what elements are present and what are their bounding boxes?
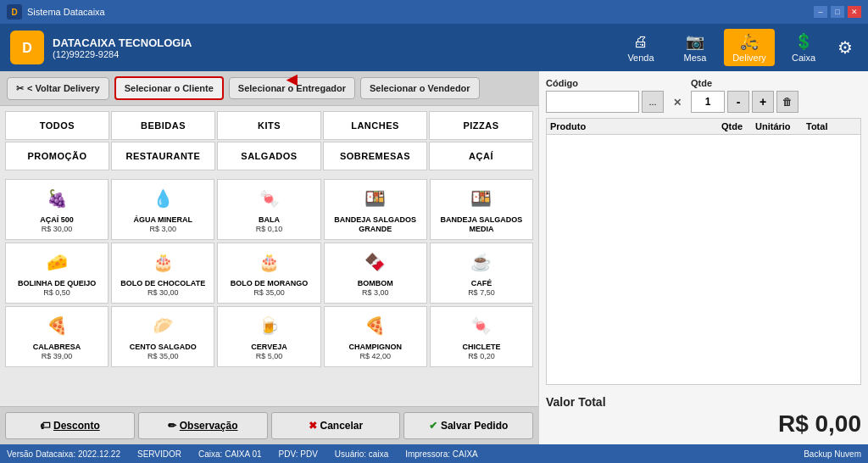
category-grid: TODOS BEBIDAS KITS LANCHES PIZZAS PROMOÇ… xyxy=(0,106,538,176)
product-image: 🍕 xyxy=(42,310,72,341)
category-acai[interactable]: AÇAÍ xyxy=(429,142,533,170)
product-image: 🍬 xyxy=(253,183,284,214)
product-price: R$ 30,00 xyxy=(42,225,73,233)
brand-icon: D xyxy=(10,31,44,64)
category-restaurante[interactable]: RESTAURANTE xyxy=(111,142,215,170)
status-usuario: Usuário: caixa xyxy=(335,449,388,459)
products-area: 🍇 AÇAÍ 500 R$ 30,00 💧 ÁGUA MINERAL R$ 3,… xyxy=(0,176,538,406)
product-card[interactable]: 🎂 BOLO DE MORANGO R$ 35,00 xyxy=(217,243,320,304)
product-name: CALABRESA xyxy=(33,343,81,352)
maximize-button[interactable]: □ xyxy=(831,6,844,18)
product-name: CAFÉ xyxy=(471,279,492,288)
product-name: CENTO SALGADO xyxy=(130,343,197,352)
qty-row: - + 🗑 xyxy=(691,91,798,113)
product-price: R$ 0,20 xyxy=(468,352,495,360)
tag-icon: 🏷 xyxy=(40,420,50,432)
nav-mesa[interactable]: 📷 Mesa xyxy=(670,29,721,66)
product-card[interactable]: 🍫 BOMBOM R$ 3,00 xyxy=(324,243,427,304)
qty-minus-button[interactable]: - xyxy=(727,91,749,113)
category-kits[interactable]: KITS xyxy=(217,111,321,140)
arrow-icon: ◀ xyxy=(287,71,297,87)
total-section: Valor Total R$ 0,00 xyxy=(546,390,861,438)
product-card[interactable]: 🥟 CENTO SALGADO R$ 35,00 xyxy=(111,306,214,367)
header: D DATACAIXA TECNOLOGIA (12)99229-9284 🖨 … xyxy=(0,24,868,71)
product-card[interactable]: 🍱 BANDEJA SALGADOS MEDIA xyxy=(430,179,533,240)
product-image: 🍱 xyxy=(360,183,391,214)
nav-venda[interactable]: 🖨 Venda xyxy=(615,30,666,66)
product-card[interactable]: 🍕 CALABRESA R$ 39,00 xyxy=(5,306,108,367)
col-unitario: Unitário xyxy=(755,121,806,131)
col-qtde: Qtde xyxy=(721,121,755,131)
category-bebidas[interactable]: BEBIDAS xyxy=(111,111,215,140)
cancelar-button[interactable]: ✖ Cancelar xyxy=(271,412,401,439)
product-card[interactable]: 🍕 CHAMPIGNON R$ 42,00 xyxy=(324,306,427,367)
product-card[interactable]: 🍇 AÇAÍ 500 R$ 30,00 xyxy=(5,179,108,240)
product-card[interactable]: 🧀 BOLINHA DE QUEIJO R$ 0,50 xyxy=(5,243,108,304)
minimize-button[interactable]: – xyxy=(814,6,827,18)
settings-button[interactable]: ⚙ xyxy=(832,34,858,61)
product-name: BOLO DE CHOCOLATE xyxy=(120,279,205,288)
product-card[interactable]: 🍺 CERVEJA R$ 5,00 xyxy=(217,306,320,367)
valor-total-label: Valor Total xyxy=(546,395,861,409)
qty-input[interactable] xyxy=(691,91,725,113)
product-name: AÇAÍ 500 xyxy=(40,215,74,225)
desconto-button[interactable]: 🏷 Desconto xyxy=(5,412,135,439)
product-image: 💧 xyxy=(147,183,178,214)
right-panel: Código ... ✕ Qtde - + 🗑 xyxy=(539,71,868,444)
product-name: BANDEJA SALGADOS MEDIA xyxy=(434,215,529,234)
toolbar: ✂ < Voltar Delivery Selecionar o Cliente… xyxy=(0,71,538,106)
trash-button[interactable]: 🗑 xyxy=(776,91,798,113)
close-button[interactable]: ✕ xyxy=(848,6,861,18)
product-name: BOMBOM xyxy=(358,279,393,288)
product-card[interactable]: 🍬 CHICLETE R$ 0,20 xyxy=(430,306,533,367)
product-price: R$ 35,00 xyxy=(253,288,285,297)
col-produto: Produto xyxy=(550,121,721,131)
salvar-button[interactable]: ✔ Salvar Pedido xyxy=(403,412,533,439)
category-todos[interactable]: TODOS xyxy=(5,111,109,140)
product-price: R$ 30,00 xyxy=(147,288,179,297)
product-image: ☕ xyxy=(466,247,497,277)
title-bar-text: Sistema Datacaixa xyxy=(27,7,105,17)
observacao-button[interactable]: ✏ Observação xyxy=(138,412,268,439)
x-separator: ✕ xyxy=(673,97,682,109)
product-name: ÁGUA MINERAL xyxy=(133,215,192,225)
product-card[interactable]: 🎂 BOLO DE CHOCOLATE R$ 30,00 xyxy=(111,243,214,304)
product-name: CHICLETE xyxy=(462,343,500,352)
product-image: 🍬 xyxy=(466,310,497,341)
product-card[interactable]: 🍬 BALA R$ 0,10 xyxy=(217,179,320,240)
select-client-button[interactable]: Selecionar o Cliente xyxy=(114,76,224,100)
col-total: Total xyxy=(806,121,857,131)
left-action-bar: 🏷 Desconto ✏ Observação ✖ Cancelar ✔ Sal… xyxy=(0,406,538,444)
nav-caixa[interactable]: 💲 Caixa xyxy=(778,29,829,66)
category-salgados[interactable]: SALGADOS xyxy=(217,142,321,170)
brand-info: DATACAIXA TECNOLOGIA (12)99229-9284 xyxy=(53,36,192,59)
status-versao: Versão Datacaixa: 2022.12.22 xyxy=(7,449,120,459)
product-card[interactable]: 🍱 BANDEJA SALGADOS GRANDE xyxy=(324,179,427,240)
product-name: BANDEJA SALGADOS GRANDE xyxy=(328,215,423,234)
back-delivery-button[interactable]: ✂ < Voltar Delivery xyxy=(7,77,109,100)
brand-name: DATACAIXA TECNOLOGIA xyxy=(53,36,192,49)
product-card[interactable]: 💧 ÁGUA MINERAL R$ 3,00 xyxy=(111,179,214,240)
product-image: 🎂 xyxy=(253,247,284,277)
category-pizzas[interactable]: PIZZAS xyxy=(429,111,533,140)
qtde-label: Qtde xyxy=(691,78,798,88)
product-name: CHAMPIGNON xyxy=(348,343,402,352)
nav-delivery[interactable]: 🛵 Delivery xyxy=(724,29,775,66)
product-card[interactable]: ☕ CAFÉ R$ 7,50 xyxy=(430,243,533,304)
product-image: 🥟 xyxy=(147,310,178,341)
product-name: BOLO DE MORANGO xyxy=(231,279,309,288)
qty-plus-button[interactable]: + xyxy=(752,91,774,113)
codigo-input[interactable] xyxy=(546,91,639,113)
select-vendedor-button[interactable]: Selecionar o Vendedor xyxy=(360,77,480,99)
category-promocao[interactable]: PROMOÇÃO xyxy=(5,142,109,170)
dots-button[interactable]: ... xyxy=(642,91,664,113)
valor-total-value: R$ 0,00 xyxy=(546,410,861,438)
product-image: 🍺 xyxy=(253,310,284,341)
nav-buttons: 🖨 Venda 📷 Mesa 🛵 Delivery 💲 Caixa ⚙ xyxy=(615,29,858,66)
category-sobremesas[interactable]: SOBREMESAS xyxy=(323,142,427,170)
order-table: Produto Qtde Unitário Total xyxy=(546,118,861,385)
title-bar: D Sistema Datacaixa – □ ✕ xyxy=(0,0,868,24)
category-lanches[interactable]: LANCHES xyxy=(323,111,427,140)
select-entregador-button[interactable]: ◀ Selecionar o Entregador xyxy=(229,77,355,99)
cash-icon: 💲 xyxy=(794,32,813,51)
